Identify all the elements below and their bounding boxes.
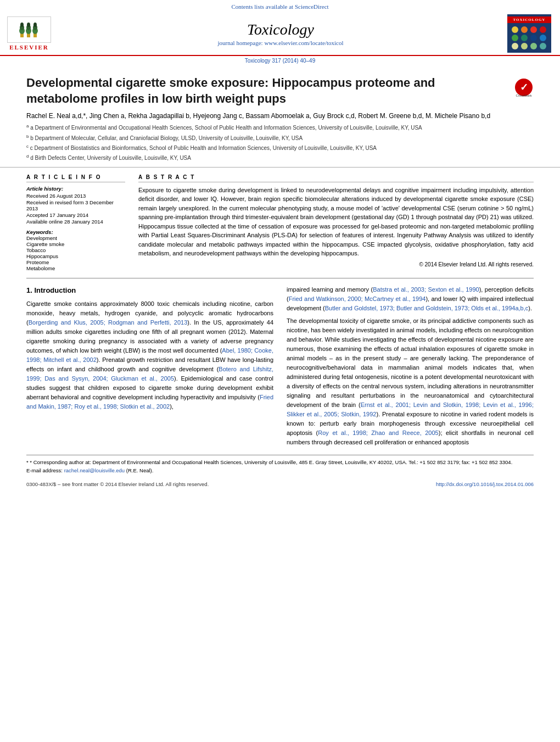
tox-circle-9 bbox=[512, 43, 518, 49]
journal-name: Toxicology journal homepage: www.elsevie… bbox=[54, 21, 507, 46]
tox-circle-7 bbox=[530, 35, 537, 41]
email-suffix: (R.E. Neal). bbox=[126, 467, 154, 473]
authors: Rachel E. Neal a,d,*, Jing Chen a, Rekha… bbox=[26, 112, 507, 120]
affiliation-b: b b Department of Molecular, Cellular, a… bbox=[26, 133, 534, 142]
affiliation-a: a a Department of Environmental and Occu… bbox=[26, 123, 534, 132]
ref-fried[interactable]: Fried and Makin, 1987; Roy et al., 1998;… bbox=[26, 394, 273, 410]
ref-botero[interactable]: Botero and Lifshitz, 1999; Das and Sysyn… bbox=[26, 366, 273, 382]
affiliations: a a Department of Environmental and Occu… bbox=[26, 123, 534, 162]
abstract-panel: A B S T R A C T Exposure to cigarette sm… bbox=[138, 174, 534, 271]
footnote-section: * * Corresponding author at: Department … bbox=[26, 455, 534, 475]
homepage-label: journal homepage: bbox=[218, 40, 263, 46]
journal-title-row: ELSEVIER Toxicology journal homepage: ww… bbox=[0, 12, 560, 55]
abstract-text: Exposure to cigarette smoke during devel… bbox=[138, 186, 534, 258]
corresponding-text: * Corresponding author at: Department of… bbox=[30, 459, 512, 465]
revised-date: Received in revised form 3 December 2013 bbox=[26, 199, 125, 211]
sciencedirect-label: Contents lists available at ScienceDirec… bbox=[231, 3, 328, 10]
received-date: Received 26 August 2013 bbox=[26, 193, 125, 199]
elsevier-text: ELSEVIER bbox=[9, 44, 49, 51]
keyword-3: Tobacco bbox=[26, 247, 125, 253]
ref-roy[interactable]: Roy et al., 1998; Zhao and Reece, 2005 bbox=[318, 429, 438, 436]
journal-title: Toxicology bbox=[54, 21, 507, 38]
intro-para-1: Cigarette smoke contains approximately 8… bbox=[26, 299, 273, 412]
available-date: Available online 28 January 2014 bbox=[26, 219, 125, 225]
abstract-title: A B S T R A C T bbox=[138, 174, 534, 182]
journal-header: Contents lists available at ScienceDirec… bbox=[0, 0, 560, 56]
toxicology-logo-title: TOXICOLOGY bbox=[507, 16, 551, 23]
svg-point-3 bbox=[20, 23, 24, 27]
intro-col-right: impaired learning and memory (Batstra et… bbox=[287, 285, 534, 451]
keyword-1: Development bbox=[26, 235, 125, 241]
sciencedirect-bar: Contents lists available at ScienceDirec… bbox=[0, 3, 560, 10]
copyright: © 2014 Elsevier Ireland Ltd. All rights … bbox=[138, 261, 534, 267]
article-abstract-section: A R T I C L E I N F O Article history: R… bbox=[0, 168, 560, 271]
tox-circle-10 bbox=[521, 43, 528, 49]
article-info-panel: A R T I C L E I N F O Article history: R… bbox=[26, 174, 125, 271]
issn-text: 0300-483X/$ – see front matter © 2014 El… bbox=[26, 481, 209, 487]
intro-col-left: 1. Introduction Cigarette smoke contains… bbox=[26, 285, 273, 451]
footer-bar: 0300-483X/$ – see front matter © 2014 El… bbox=[0, 479, 560, 489]
intro-heading: 1. Introduction bbox=[26, 285, 273, 296]
intro-text-left: Cigarette smoke contains approximately 8… bbox=[26, 299, 273, 412]
homepage-url[interactable]: www.elsevier.com/locate/toxicol bbox=[264, 40, 343, 46]
ref-fried2[interactable]: Fried and Watkinson, 2000; McCartney et … bbox=[289, 295, 426, 302]
intro-para-3: The developmental toxicity of cigarette … bbox=[287, 316, 534, 448]
svg-point-11 bbox=[33, 23, 37, 27]
email-link[interactable]: rachel.neal@louisville.edu bbox=[64, 467, 125, 473]
affiliation-c: c c Department of Biostatistics and Bioi… bbox=[26, 143, 534, 152]
section-divider bbox=[26, 278, 534, 278]
tox-circle-8 bbox=[540, 35, 546, 41]
tox-circle-12 bbox=[540, 43, 546, 49]
journal-homepage: journal homepage: www.elsevier.com/locat… bbox=[54, 40, 507, 46]
affiliation-d: d d Birth Defects Center, University of … bbox=[26, 153, 534, 162]
corresponding-footnote: * * Corresponding author at: Department … bbox=[26, 459, 534, 466]
tox-circle-5 bbox=[512, 35, 518, 41]
crossmark-icon: ✓ CrossMark bbox=[514, 77, 534, 97]
svg-point-7 bbox=[27, 23, 30, 27]
tox-circle-4 bbox=[540, 26, 546, 33]
accepted-date: Accepted 17 January 2014 bbox=[26, 212, 125, 218]
elsevier-logo-image bbox=[7, 16, 51, 43]
email-footnote: E-mail address: rachel.neal@louisville.e… bbox=[26, 467, 534, 475]
article-info-title: A R T I C L E I N F O bbox=[26, 174, 125, 182]
toxicology-circles bbox=[508, 26, 551, 49]
paper-title-section: Developmental cigarette smoke exposure: … bbox=[0, 65, 560, 168]
tox-circle-3 bbox=[530, 26, 537, 33]
elsevier-logo: ELSEVIER bbox=[4, 16, 54, 51]
issue-text: Toxicology 317 (2014) 40–49 bbox=[245, 58, 315, 64]
crossmark-logo: ✓ CrossMark bbox=[514, 77, 534, 99]
intro-text-right: impaired learning and memory (Batstra et… bbox=[287, 285, 534, 448]
tox-circle-11 bbox=[530, 43, 537, 49]
article-history: Article history: Received 26 August 2013… bbox=[26, 186, 125, 225]
ref-borgerding[interactable]: Borgerding and Klus, 2005; Rodgman and P… bbox=[29, 319, 188, 326]
keyword-6: Metabolome bbox=[26, 265, 125, 271]
tox-circle-1 bbox=[512, 26, 518, 33]
issue-line: Toxicology 317 (2014) 40–49 bbox=[0, 56, 560, 65]
toxicology-logo: TOXICOLOGY bbox=[507, 14, 551, 53]
tox-circle-6 bbox=[521, 35, 528, 41]
history-label: Article history: bbox=[26, 186, 125, 192]
tox-circle-2 bbox=[521, 26, 528, 33]
email-label: E-mail address: bbox=[26, 467, 63, 473]
ref-butler[interactable]: Butler and Goldstel, 1973; Butler and Go… bbox=[325, 305, 529, 311]
svg-text:✓: ✓ bbox=[520, 82, 528, 93]
keywords-section: Keywords: Development Cigarette smoke To… bbox=[26, 229, 125, 271]
keywords-list: Development Cigarette smoke Tobacco Hipp… bbox=[26, 235, 125, 271]
keyword-4: Hippocampus bbox=[26, 253, 125, 259]
ref-abel[interactable]: Abel, 1980; Cooke, 1998; Mitchell et al.… bbox=[26, 347, 273, 363]
doi-link[interactable]: http://dx.doi.org/10.1016/j.tox.2014.01.… bbox=[436, 481, 534, 487]
elsevier-tree-icon bbox=[19, 21, 39, 38]
intro-para-2: impaired learning and memory (Batstra et… bbox=[287, 285, 534, 313]
keywords-label: Keywords: bbox=[26, 229, 125, 235]
svg-text:CrossMark: CrossMark bbox=[516, 94, 532, 97]
ref-batstra[interactable]: Batstra et al., 2003; Sexton et al., 199… bbox=[373, 286, 479, 293]
keyword-2: Cigarette smoke bbox=[26, 241, 125, 247]
keyword-5: Proteome bbox=[26, 259, 125, 265]
ref-ernst[interactable]: Ernst et al., 2001; Levin and Slotkin, 1… bbox=[287, 401, 534, 417]
introduction-section: 1. Introduction Cigarette smoke contains… bbox=[0, 285, 560, 451]
paper-title: Developmental cigarette smoke exposure: … bbox=[26, 75, 507, 107]
